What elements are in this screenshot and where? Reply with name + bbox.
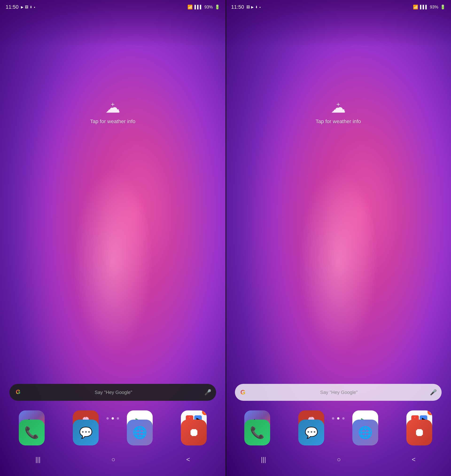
messages-icon-left: 💬 xyxy=(73,419,99,445)
status-time-left: 11:50 xyxy=(6,4,19,10)
google-g-icon-right: G xyxy=(240,388,248,397)
weather-widget-right[interactable]: ☁ + Tap for weather info xyxy=(315,99,361,125)
nav-back-right[interactable]: < xyxy=(407,451,420,468)
az-icon-left: ⏺ xyxy=(181,419,207,445)
status-left-right: 11:50 🖼 ▶ ⬇ ● xyxy=(231,4,261,10)
status-left: 11:50 ▶ 🖼 ⬇ ● xyxy=(6,4,35,10)
page-indicators-left xyxy=(106,417,119,419)
signal-icon-left: ▌▌▌ xyxy=(194,5,202,9)
dot-3-left xyxy=(117,417,119,419)
search-bar-left[interactable]: G G Say "Hey Google" 🎤 xyxy=(9,384,216,401)
dot-3-right xyxy=(342,417,345,419)
youtube-status-icon: ▶ xyxy=(21,5,24,9)
dock-az-right[interactable]: ⏺ xyxy=(396,419,443,445)
youtube-status-icon-r: ▶ xyxy=(251,5,254,9)
battery-icon-right: 🔋 xyxy=(440,5,445,10)
screen-divider xyxy=(226,0,226,476)
phone-icon-left: 📞 xyxy=(19,419,45,445)
status-right-left: 📶 ▌▌▌ 93% 🔋 xyxy=(188,5,220,10)
svg-text:G: G xyxy=(241,389,245,396)
az-icon-right: ⏺ xyxy=(406,419,432,445)
mic-icon-right[interactable]: 🎤 xyxy=(430,389,437,396)
dock-internet-left[interactable]: 🌐 xyxy=(116,419,163,445)
status-bar-right: 11:50 🖼 ▶ ⬇ ● 📶 ▌▌▌ 93% 🔋 xyxy=(226,0,451,14)
messages-icon-right: 💬 xyxy=(298,419,324,445)
dock-phone-right[interactable]: 📞 xyxy=(234,419,281,445)
wifi-icon-left: 📶 xyxy=(188,5,193,10)
cloud-icon-left: ☁ + xyxy=(105,99,120,116)
dock-messages-right[interactable]: 💬 xyxy=(288,419,335,445)
page-indicators-right xyxy=(332,417,345,419)
cloud-icon-right: ☁ + xyxy=(331,99,346,116)
dock-row-left: 📞 💬 🌐 ⏺ xyxy=(0,419,226,445)
nav-home-right[interactable]: ○ xyxy=(332,451,345,468)
phone-icon-right: 📞 xyxy=(244,419,270,445)
dock-az-left[interactable]: ⏺ xyxy=(170,419,217,445)
signal-icon-right: ▌▌▌ xyxy=(420,5,428,9)
dot-1-right xyxy=(332,417,334,419)
dock-row-right: 📞 💬 🌐 ⏺ xyxy=(226,419,451,445)
wallpaper-right xyxy=(226,0,451,476)
phone-screen-left: 11:50 ▶ 🖼 ⬇ ● 📶 ▌▌▌ 93% 🔋 ☁ + Tap for we… xyxy=(0,0,226,476)
nav-home-left[interactable]: ○ xyxy=(107,451,120,468)
dot-2-right xyxy=(337,417,339,419)
nav-recents-left[interactable]: ||| xyxy=(31,451,45,468)
google-g-icon-left: G G xyxy=(14,388,23,397)
download-status-icon-r: ⬇ xyxy=(255,5,258,9)
search-placeholder-left: Say "Hey Google" xyxy=(26,390,201,395)
image-status-icon: 🖼 xyxy=(25,5,28,9)
image-status-icon-r: 🖼 xyxy=(246,5,250,9)
search-placeholder-right: Say "Hey Google" xyxy=(251,390,426,395)
nav-bar-left: ||| ○ < xyxy=(0,445,226,476)
internet-icon-right: 🌐 xyxy=(352,419,378,445)
download-status-icon: ⬇ xyxy=(30,5,32,9)
svg-text:G: G xyxy=(16,388,20,395)
status-right-right: 📶 ▌▌▌ 93% 🔋 xyxy=(413,5,445,10)
phone-screen-right: 11:50 🖼 ▶ ⬇ ● 📶 ▌▌▌ 93% 🔋 ☁ + Tap for we… xyxy=(226,0,451,476)
dock-phone-left[interactable]: 📞 xyxy=(8,419,55,445)
battery-text-right: 93% xyxy=(430,5,438,10)
status-icons-right: 🖼 ▶ ⬇ ● xyxy=(246,5,261,9)
dock-internet-right[interactable]: 🌐 xyxy=(342,419,389,445)
mic-icon-left[interactable]: 🎤 xyxy=(204,389,211,396)
dot-2-left xyxy=(112,417,114,419)
battery-icon-left: 🔋 xyxy=(215,5,220,10)
dot-status-icon: ● xyxy=(34,6,35,8)
weather-widget-left[interactable]: ☁ + Tap for weather info xyxy=(90,99,135,125)
search-bar-right[interactable]: G Say "Hey Google" 🎤 xyxy=(235,384,442,401)
weather-text-left: Tap for weather info xyxy=(90,119,135,125)
status-icons-left: ▶ 🖼 ⬇ ● xyxy=(21,5,35,9)
wallpaper-left xyxy=(0,0,226,476)
nav-back-left[interactable]: < xyxy=(182,451,195,468)
wifi-icon-right: 📶 xyxy=(413,5,418,10)
dot-1-left xyxy=(106,417,109,419)
dock-messages-left[interactable]: 💬 xyxy=(62,419,109,445)
weather-text-right: Tap for weather info xyxy=(315,119,361,125)
battery-text-left: 93% xyxy=(204,5,213,10)
nav-recents-right[interactable]: ||| xyxy=(256,451,271,468)
status-bar-left: 11:50 ▶ 🖼 ⬇ ● 📶 ▌▌▌ 93% 🔋 xyxy=(0,0,226,14)
internet-icon-left: 🌐 xyxy=(127,419,153,445)
nav-bar-right: ||| ○ < xyxy=(226,445,451,476)
status-time-right: 11:50 xyxy=(231,4,244,10)
dot-status-icon-r: ● xyxy=(259,6,261,8)
